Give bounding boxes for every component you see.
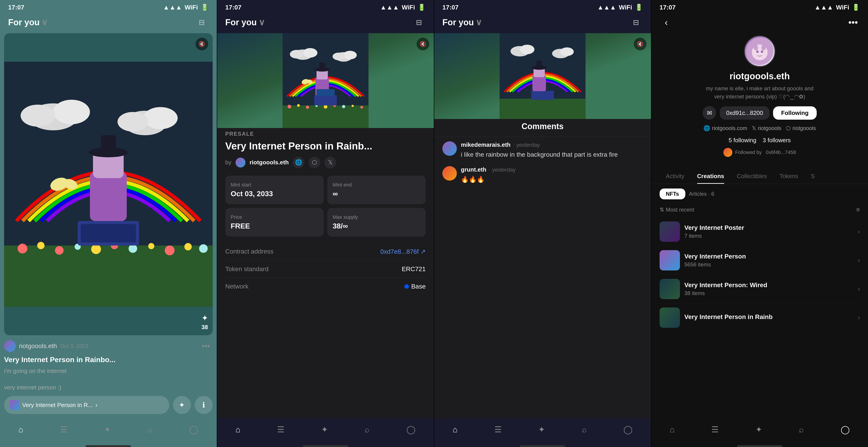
- tab-creations[interactable]: Creations: [691, 169, 731, 184]
- comments-bg-artwork: [434, 33, 651, 119]
- profile-avatar: [744, 35, 776, 67]
- nav-profile-3[interactable]: ◯: [619, 423, 637, 437]
- sort-btn[interactable]: ⇅ Most recent: [659, 207, 694, 213]
- bottom-bar-3: [520, 445, 565, 447]
- collection-item-1[interactable]: Very Internet Person 5656 items ›: [659, 246, 860, 275]
- twitter-link[interactable]: 𝕏 riotgoools: [752, 125, 781, 131]
- articles-subtab[interactable]: Articles · 6: [689, 191, 714, 197]
- nav-feed-4[interactable]: ☰: [707, 423, 723, 437]
- nav-feed-3[interactable]: ☰: [490, 423, 506, 437]
- twitter-link-btn[interactable]: 𝕏: [324, 157, 336, 168]
- nav-title-1[interactable]: For you ∨: [8, 18, 48, 27]
- more-options-btn-4[interactable]: •••: [846, 15, 860, 29]
- globe-link-btn[interactable]: 🌐: [293, 157, 305, 168]
- wallet-address-btn[interactable]: 0xd91c...8200: [720, 106, 769, 119]
- sound-mute-btn-2[interactable]: 🔇: [416, 38, 429, 50]
- nft-author-avatar: [236, 158, 246, 168]
- nav-profile-1[interactable]: ◯: [185, 423, 203, 437]
- svg-point-68: [761, 50, 763, 53]
- post-desc-1: i'm going on the internetvery internet p…: [4, 367, 213, 391]
- collection-item-0[interactable]: Very Internet Poster 7 items ›: [659, 217, 860, 246]
- tab-tokens[interactable]: Tokens: [773, 169, 804, 184]
- svg-rect-28: [283, 105, 368, 128]
- comment-avatar-1: [442, 166, 457, 181]
- more-options-btn-1[interactable]: •••: [199, 339, 213, 353]
- svg-point-33: [324, 105, 327, 109]
- collection-item-3[interactable]: Very Internet Person in Rainb ›: [659, 303, 860, 332]
- nft-author-row: by riotgoools.eth 🌐 ⬡ 𝕏: [225, 157, 426, 168]
- comment-author-0[interactable]: mikedemarais.eth: [461, 141, 510, 148]
- nav-title-2[interactable]: For you ∨: [225, 18, 265, 27]
- svg-rect-53: [500, 99, 585, 119]
- nav-profile-4[interactable]: ◯: [836, 423, 854, 437]
- filter-btn-1[interactable]: ⊟: [195, 15, 209, 29]
- nav-home-2[interactable]: ⌂: [231, 423, 245, 437]
- nft-tag-btn-1[interactable]: Very Internet Person in R... ›: [4, 396, 169, 414]
- nft-artwork: [4, 33, 213, 335]
- comment-text-1: 🔥🔥🔥: [461, 175, 643, 184]
- nav-home-4[interactable]: ⌂: [665, 423, 679, 437]
- filter-btn-3[interactable]: ⊟: [629, 15, 643, 29]
- nft-author-name[interactable]: riotgoools.eth: [250, 159, 289, 166]
- sound-mute-icon-2: 🔇: [420, 41, 426, 47]
- bottom-nav-4: ⌂ ☰ ✦ ⌕ ◯: [651, 418, 868, 443]
- nft-detail-image: 🔇: [217, 33, 434, 128]
- nav-title-3[interactable]: For you ∨: [442, 18, 482, 27]
- nav-feed-2[interactable]: ☰: [273, 423, 289, 437]
- list-view-btn[interactable]: ≡: [856, 206, 860, 213]
- following-count[interactable]: 5 following: [728, 137, 756, 144]
- followers-count[interactable]: 3 followers: [763, 137, 791, 144]
- author-info-1[interactable]: riotgoools.eth Oct 3, 2023: [4, 340, 88, 352]
- sparkle-action-btn-1[interactable]: ✦: [173, 396, 191, 414]
- nav-home-3[interactable]: ⌂: [448, 423, 462, 437]
- nav-profile-2[interactable]: ◯: [402, 423, 420, 437]
- message-btn[interactable]: ✉: [703, 106, 716, 119]
- following-btn[interactable]: Following: [773, 106, 817, 119]
- share-action-btn-1[interactable]: ℹ: [195, 396, 213, 414]
- nft-platform-link-btn[interactable]: ⬡: [309, 157, 320, 168]
- sound-mute-btn-1[interactable]: 🔇: [195, 38, 208, 50]
- profile-actions: ✉ 0xd91c...8200 Following: [703, 106, 817, 119]
- collection-info-2: Very Internet Person: Wired 38 items: [684, 281, 853, 297]
- nav-feed-1[interactable]: ☰: [56, 423, 72, 437]
- nav-home-1[interactable]: ⌂: [14, 423, 28, 437]
- tab-collectibles[interactable]: Collectibles: [731, 169, 773, 184]
- battery-icon-3: 🔋: [635, 4, 643, 11]
- comments-content: 🔇 Comments mikedemarais.eth · yesterday: [434, 33, 651, 418]
- status-bar-4: 17:07 ▲▲▲ WiFi 🔋: [651, 0, 868, 13]
- nav-search-2[interactable]: ⌕: [360, 423, 374, 437]
- nfts-subtab[interactable]: NFTs: [659, 188, 685, 199]
- panel-comments: 17:07 ▲▲▲ WiFi 🔋 For you ∨ ⊟: [434, 0, 651, 447]
- sound-mute-btn-3[interactable]: 🔇: [634, 38, 647, 50]
- collection-item-2[interactable]: Very Internet Person: Wired 38 items ›: [659, 275, 860, 303]
- followed-by-avatar: [723, 148, 733, 157]
- followed-by-address[interactable]: 0x6f4b...7458: [766, 149, 796, 155]
- nav-spark-1[interactable]: ✦: [99, 423, 115, 437]
- nav-spark-4[interactable]: ✦: [751, 423, 767, 437]
- profile-stats: 5 following 3 followers: [728, 137, 791, 144]
- nft-image-card[interactable]: 🔇 ✦ 38: [4, 33, 213, 335]
- svg-point-39: [303, 48, 317, 58]
- svg-rect-48: [319, 63, 325, 70]
- status-bar-2: 17:07 ▲▲▲ WiFi 🔋: [217, 0, 434, 13]
- profile-sub-tabs: NFTs Articles · 6: [651, 184, 868, 204]
- tab-other[interactable]: S: [804, 169, 821, 184]
- globe-icon: 🌐: [704, 125, 710, 131]
- svg-rect-20: [81, 224, 136, 242]
- svg-point-43: [333, 53, 345, 60]
- farcaster-link[interactable]: ⬡ riotgoools: [786, 125, 816, 131]
- tab-activity[interactable]: Activity: [659, 169, 691, 184]
- svg-point-4: [55, 246, 64, 255]
- website-link[interactable]: 🌐 riotgoools.com: [704, 125, 747, 131]
- back-btn[interactable]: ‹: [659, 15, 673, 29]
- nav-spark-3[interactable]: ✦: [534, 423, 550, 437]
- wifi-icon-1: WiFi: [185, 4, 198, 11]
- nav-spark-2[interactable]: ✦: [317, 423, 333, 437]
- comment-author-1[interactable]: grunt.eth: [461, 166, 487, 173]
- nav-search-1[interactable]: ⌕: [143, 423, 157, 437]
- filter-btn-2[interactable]: ⊟: [412, 15, 426, 29]
- svg-rect-24: [101, 135, 116, 153]
- nav-search-4[interactable]: ⌕: [794, 423, 808, 437]
- nav-search-3[interactable]: ⌕: [577, 423, 591, 437]
- battery-icon-4: 🔋: [852, 4, 860, 11]
